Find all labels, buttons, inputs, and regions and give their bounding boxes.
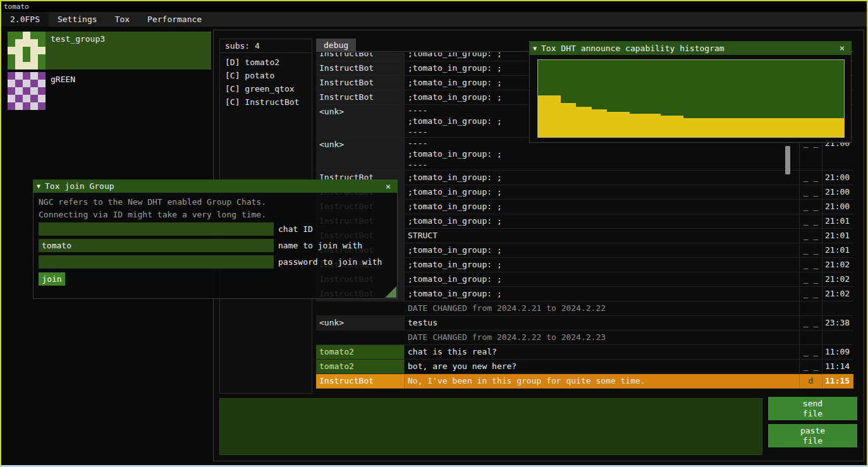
- message-sender: tomato2: [316, 345, 405, 359]
- message-text: ;tomato_in_group: ;: [405, 171, 799, 185]
- histogram-window-title-bar[interactable]: ▼ Tox DHT announce capability histogram …: [529, 41, 852, 55]
- message-time: 21:02: [822, 287, 853, 301]
- subs-item[interactable]: [C] green_qtox: [220, 82, 312, 95]
- subs-item[interactable]: [C] potato: [220, 69, 312, 82]
- app-window: tomato 2.0FPSSettingsToxPerformance test…: [0, 0, 868, 467]
- join-window-title-bar[interactable]: ▼ Tox join Group ×: [33, 179, 398, 193]
- paste-file-button[interactable]: paste file: [768, 424, 857, 447]
- resize-grip[interactable]: [385, 286, 396, 298]
- avatar-cell: [8, 87, 15, 95]
- message-time: 21:02: [822, 272, 853, 286]
- avatar-cell: [38, 32, 46, 39]
- message-row[interactable]: tomato2bot, are you new here?_ _11:14: [316, 360, 853, 374]
- avatar-cell: [30, 62, 38, 70]
- message-status: _ _: [799, 229, 822, 243]
- message-text: ;tomato_in_group: ;: [405, 214, 799, 228]
- message-time: 21:01: [822, 243, 853, 257]
- avatar-cell: [30, 95, 38, 102]
- histogram-bar: [821, 118, 828, 138]
- subs-item[interactable]: [C] InstructBot: [220, 95, 312, 109]
- menu-item-tox[interactable]: Tox: [106, 12, 138, 27]
- message-status: _ _: [799, 345, 822, 359]
- avatar-cell: [8, 80, 15, 87]
- histogram-bar: [829, 118, 836, 138]
- name-input[interactable]: [39, 239, 274, 252]
- message-text: ;tomato_in_group: ;: [405, 200, 799, 214]
- avatar-cell: [30, 87, 38, 95]
- message-input[interactable]: [219, 398, 762, 455]
- histogram-bar: [699, 118, 706, 138]
- menu-item-performance[interactable]: Performance: [138, 12, 211, 27]
- histogram-bar: [584, 107, 592, 137]
- subs-list: [D] tomato2[C] potato[C] green_qtox[C] I…: [220, 53, 312, 109]
- histogram-bar: [783, 118, 790, 138]
- avatar-cell: [23, 32, 30, 39]
- avatar-cell: [15, 102, 23, 110]
- message-status: _ _: [799, 214, 822, 228]
- chat-id-input[interactable]: [39, 222, 274, 236]
- avatar-cell: [38, 62, 46, 70]
- avatar-cell: [15, 95, 23, 102]
- subs-item[interactable]: [D] tomato2: [220, 56, 312, 69]
- histogram-bar: [676, 116, 683, 137]
- join-window-body: NGC refers to the New DHT enabled Group …: [33, 193, 398, 299]
- avatar-cell: [38, 95, 46, 102]
- avatar-cell: [30, 72, 38, 80]
- histogram-bar: [714, 118, 721, 138]
- histogram-bar: [745, 118, 752, 138]
- avatar-cell: [15, 47, 23, 54]
- menu-item-settings[interactable]: Settings: [49, 12, 106, 27]
- avatar-cell: [30, 47, 38, 54]
- message-row[interactable]: tomato2chat is this real?_ _11:09: [316, 345, 853, 360]
- close-icon[interactable]: ×: [836, 43, 848, 53]
- join-window-title: Tox join Group: [45, 181, 114, 191]
- close-icon[interactable]: ×: [382, 181, 394, 191]
- avatar-cell: [23, 54, 30, 62]
- message-status: _ _: [799, 360, 822, 373]
- send-file-button[interactable]: send file: [768, 397, 857, 420]
- message-text: STRUCT: [405, 229, 799, 243]
- message-status: _ _: [799, 258, 822, 272]
- avatar-cell: [23, 80, 30, 87]
- tab-debug[interactable]: debug: [316, 39, 356, 52]
- title-bar: tomato: [1, 1, 867, 12]
- message-text: testus: [405, 316, 799, 330]
- collapse-arrow-icon[interactable]: ▼: [37, 183, 40, 190]
- message-text: bot, are you new here?: [405, 360, 799, 373]
- group-row[interactable]: gREEN: [8, 72, 211, 110]
- avatar-cell: [38, 47, 46, 54]
- histogram-bar: [652, 114, 660, 137]
- message-sender: InstructBot: [316, 90, 405, 104]
- message-status: _ _: [799, 171, 822, 185]
- histogram-window-title: Tox DHT announce capability histogram: [541, 44, 724, 53]
- histogram-bar: [622, 112, 630, 137]
- histogram-bar: [592, 109, 599, 137]
- histogram-bar: [706, 118, 714, 138]
- chat-scrollbar-thumb[interactable]: [785, 146, 790, 174]
- join-field-row: password to join with: [39, 255, 382, 269]
- histogram-bar: [561, 103, 568, 137]
- collapse-arrow-icon[interactable]: ▼: [533, 45, 537, 52]
- histogram-bar: [546, 95, 553, 137]
- password-input[interactable]: [39, 255, 274, 269]
- join-button[interactable]: join: [39, 272, 65, 286]
- avatar-cell: [23, 87, 30, 95]
- group-row[interactable]: test_group3: [8, 32, 211, 70]
- histogram-bar: [683, 118, 691, 138]
- join-info-line-1: NGC refers to the New DHT enabled Group …: [39, 197, 266, 207]
- message-time: 21:01: [822, 229, 853, 243]
- avatar-cell: [15, 87, 23, 95]
- histogram-bar: [790, 118, 798, 138]
- message-status: _ _: [799, 316, 822, 330]
- message-time: 11:14: [822, 360, 853, 373]
- avatar-cell: [23, 102, 30, 110]
- histogram-bar: [836, 118, 844, 138]
- message-sender: tomato2: [316, 360, 405, 373]
- message-row[interactable]: <unk>testus_ _23:38: [316, 316, 853, 331]
- join-group-window: ▼ Tox join Group × NGC refers to the New…: [33, 179, 398, 299]
- join-info-line-2: Connecting via ID might take a very long…: [39, 210, 266, 219]
- message-row[interactable]: InstructBotNo, I've been in this group f…: [316, 374, 853, 389]
- message-sender: <unk>: [316, 105, 405, 137]
- message-text: ;tomato_in_group: ;: [405, 185, 799, 199]
- message-time: [822, 331, 853, 344]
